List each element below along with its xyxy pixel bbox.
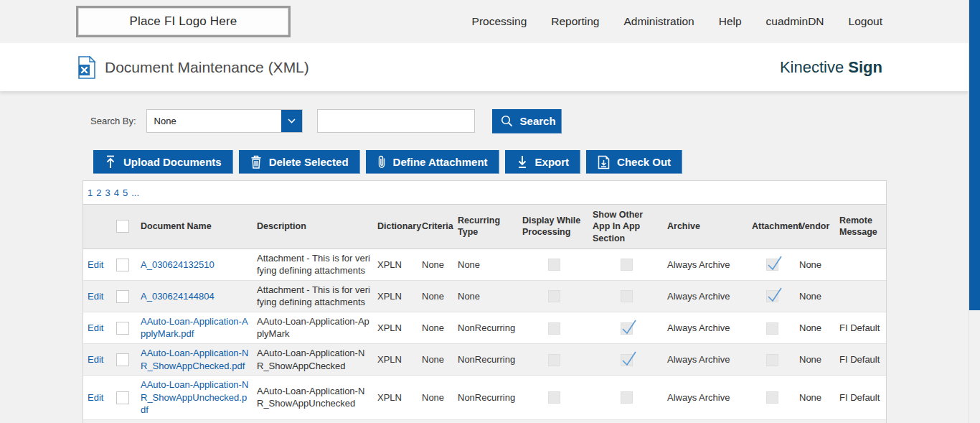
- dictionary-cell: XPLN: [373, 344, 418, 376]
- nav-help[interactable]: Help: [719, 15, 742, 28]
- define-attachment-button[interactable]: Define Attachment: [366, 150, 499, 174]
- documents-table: Document Name Description Dictionary Cri…: [83, 204, 886, 423]
- top-bar: Place FI Logo Here Processing Reporting …: [0, 0, 969, 43]
- document-name-link[interactable]: A_030624132510: [141, 259, 215, 270]
- search-icon: [501, 115, 513, 127]
- vendor-cell: None: [795, 419, 835, 423]
- archive-cell: Always Archive: [663, 344, 748, 376]
- export-button[interactable]: Export: [505, 150, 581, 174]
- documents-panel: 12345... Document Name Description Dicti…: [83, 180, 887, 423]
- row-select-checkbox[interactable]: [116, 290, 129, 303]
- remote-message-cell: [835, 248, 886, 280]
- nav-administration[interactable]: Administration: [623, 15, 694, 28]
- archive-cell: Always Archive: [663, 248, 748, 280]
- search-button[interactable]: Search: [492, 109, 562, 134]
- criteria-cell: None: [418, 248, 453, 280]
- edit-link[interactable]: Edit: [88, 392, 103, 403]
- chevron-down-icon: [288, 118, 296, 124]
- toolbar: Upload Documents Delete Selected Define …: [93, 150, 969, 174]
- pagination: 12345...: [83, 181, 886, 204]
- nav-logout[interactable]: Logout: [849, 15, 882, 28]
- nav-processing[interactable]: Processing: [472, 15, 527, 28]
- document-name-link[interactable]: AAuto-Loan-Application-NR_ShowAppUncheck…: [141, 379, 248, 415]
- header-dictionary: Dictionary: [373, 205, 418, 249]
- nav-username[interactable]: cuadminDN: [766, 15, 824, 28]
- trash-icon: [250, 155, 262, 169]
- edit-link[interactable]: Edit: [88, 354, 103, 365]
- recurring-type-cell: None: [453, 248, 518, 280]
- display-while-processing-checkbox: [548, 322, 560, 335]
- page: Place FI Logo Here Processing Reporting …: [0, 0, 969, 423]
- search-by-label: Search By:: [90, 116, 136, 126]
- page-link-more[interactable]: ...: [131, 187, 139, 198]
- display-while-processing-checkbox: [548, 290, 560, 302]
- table-body: Edit A_030624132510 Attachment - This is…: [83, 248, 886, 423]
- remote-message-cell: FI Default: [835, 344, 886, 376]
- archive-cell: Always Archive: [663, 376, 748, 420]
- remote-message-cell: FI Default: [835, 312, 886, 343]
- criteria-cell: None: [418, 419, 453, 423]
- content-area: Search By: None Search: [0, 109, 969, 423]
- table-row: Edit AAuto-Loan-Application-NR_ShowAppCh…: [83, 344, 886, 376]
- criteria-cell: None: [418, 344, 453, 376]
- document-maintenance-icon: [77, 56, 96, 79]
- title-band: Document Maintenance (XML) Kinective Sig…: [0, 43, 969, 91]
- dropdown-button[interactable]: [281, 110, 302, 132]
- page-link-2[interactable]: 2: [96, 187, 101, 198]
- description-cell: AAuto-Loan-Application-NR_ShowAppChecked: [253, 344, 373, 376]
- edit-link[interactable]: Edit: [88, 322, 103, 333]
- show-other-app-checkbox: [621, 391, 633, 404]
- paperclip-icon: [377, 155, 386, 169]
- search-input[interactable]: [317, 109, 475, 133]
- row-select-checkbox[interactable]: [116, 353, 129, 366]
- display-while-processing-checkbox: [548, 259, 560, 271]
- header-attachment: Attachment: [748, 205, 795, 249]
- page-link-3[interactable]: 3: [105, 187, 110, 198]
- search-by-dropdown[interactable]: None: [146, 109, 303, 133]
- header-archive: Archive: [663, 205, 748, 249]
- checkout-document-icon: [598, 155, 610, 169]
- vertical-scrollbar[interactable]: [969, 0, 980, 423]
- fi-logo-text: Place FI Logo Here: [129, 14, 237, 29]
- table-row: Edit A_030624144804 Attachment - This is…: [83, 280, 886, 312]
- upload-documents-button[interactable]: Upload Documents: [93, 150, 233, 174]
- delete-selected-button[interactable]: Delete Selected: [239, 150, 360, 174]
- define-attachment-label: Define Attachment: [393, 156, 488, 168]
- document-name-link[interactable]: A_030624144804: [141, 291, 215, 302]
- archive-cell: Always Archive: [663, 419, 748, 423]
- brand-sign: Sign: [848, 58, 882, 76]
- scrollbar-thumb[interactable]: [969, 0, 980, 310]
- recurring-type-cell: Recurring: [453, 419, 518, 423]
- document-name-link[interactable]: AAuto-Loan-Application-NR_ShowAppChecked…: [141, 348, 248, 371]
- nav-reporting[interactable]: Reporting: [551, 15, 599, 28]
- row-select-checkbox[interactable]: [116, 322, 129, 335]
- attachment-checkbox: [766, 322, 778, 335]
- edit-link[interactable]: Edit: [88, 291, 103, 302]
- remote-message-cell: FI Default: [835, 376, 886, 420]
- header-vendor: Vendor: [795, 205, 835, 249]
- row-select-checkbox[interactable]: [116, 391, 129, 404]
- show-other-app-checkbox: [621, 322, 633, 335]
- fi-logo-placeholder: Place FI Logo Here: [76, 6, 291, 37]
- show-other-app-checkbox: [621, 354, 633, 366]
- upload-icon: [105, 155, 116, 169]
- select-all-checkbox[interactable]: [116, 220, 129, 233]
- table-row: Edit AAuto-Loan-Application-R_ShowAppChe…: [83, 419, 886, 423]
- document-name-link[interactable]: AAuto-Loan-Application-ApplyMark.pdf: [141, 316, 248, 340]
- page-link-1[interactable]: 1: [88, 187, 93, 198]
- header-edit-spacer: [83, 205, 112, 249]
- header-remote-message: Remote Message: [835, 205, 886, 249]
- check-out-button[interactable]: Check Out: [586, 150, 682, 174]
- criteria-cell: None: [418, 376, 453, 420]
- upload-documents-label: Upload Documents: [123, 156, 222, 168]
- archive-cell: Always Archive: [663, 312, 748, 343]
- brand-kinective: Kinective: [780, 58, 844, 76]
- vendor-cell: None: [795, 280, 835, 312]
- page-link-4[interactable]: 4: [114, 187, 119, 198]
- check-out-label: Check Out: [617, 156, 671, 168]
- row-select-checkbox[interactable]: [116, 259, 129, 271]
- page-link-5[interactable]: 5: [123, 187, 128, 198]
- download-icon: [517, 155, 528, 169]
- description-cell: AAuto-Loan-Application-ApplyMark: [253, 312, 373, 343]
- edit-link[interactable]: Edit: [88, 259, 103, 270]
